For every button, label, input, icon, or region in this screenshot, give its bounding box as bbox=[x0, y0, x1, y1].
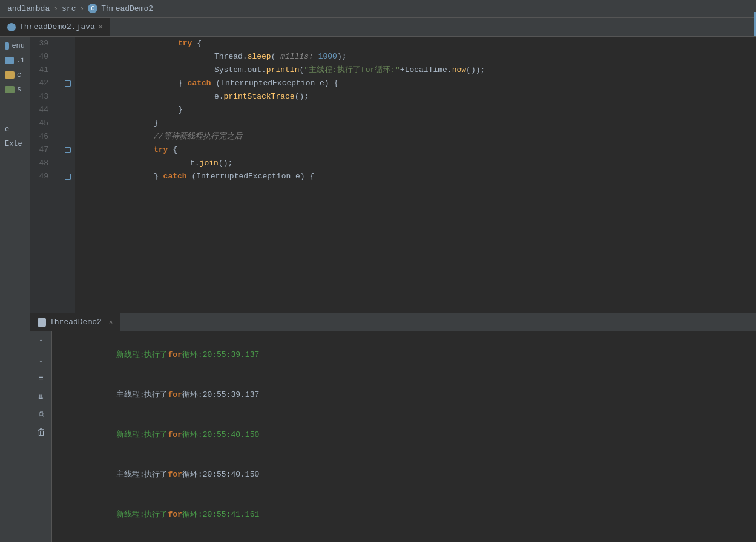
line-number-gutter: 39 40 41 42 43 44 45 46 47 48 49 bbox=[30, 37, 61, 313]
gutter-marker-47 bbox=[65, 147, 71, 153]
method-println-41: println bbox=[266, 64, 300, 77]
var-42: e) { bbox=[315, 77, 338, 90]
gutter-49 bbox=[61, 170, 75, 183]
brace-close-49: } bbox=[154, 170, 163, 183]
breadcrumb-sep-1: › bbox=[53, 4, 58, 13]
kw-try-47: try bbox=[154, 143, 168, 157]
method-now-41: now bbox=[452, 64, 466, 77]
console-toolbar: ↑ ↓ ≡ ⇊ ⎙ 🗑 bbox=[30, 331, 52, 542]
console-output: 新线程:执行了for循环:20:55:39.137 主线程:执行了for循环:2… bbox=[52, 331, 756, 542]
brace-47: { bbox=[168, 143, 177, 157]
code-line-44: } bbox=[81, 103, 750, 117]
line-num-48: 48 bbox=[30, 157, 54, 170]
line-num-39: 39 bbox=[30, 37, 54, 50]
code-line-49: } catch (InterruptedException e) { bbox=[81, 170, 750, 183]
sidebar-label-enu: enu bbox=[12, 42, 25, 50]
output-text-5: 新线程:执行了for循环:20:55:41.161 bbox=[116, 510, 260, 519]
method-sleep-40: sleep bbox=[248, 50, 271, 64]
class-system-41: System bbox=[214, 64, 243, 77]
sidebar-item-exte[interactable]: Exte bbox=[0, 137, 30, 151]
code-gutter bbox=[61, 37, 75, 313]
align-button[interactable]: ⇊ bbox=[35, 390, 48, 403]
code-line-39: try { bbox=[81, 37, 750, 50]
line-num-40: 40 bbox=[30, 50, 54, 64]
output-line-5: 新线程:执行了for循环:20:55:41.161 bbox=[59, 495, 749, 535]
folder-icon-c bbox=[5, 71, 15, 79]
gutter-42 bbox=[61, 77, 75, 90]
sidebar-label-i: .i bbox=[16, 56, 25, 65]
file-tab[interactable]: ThreadDemo2.java × bbox=[0, 18, 110, 36]
code-line-45: } bbox=[81, 117, 750, 130]
breadcrumb-sep-2: › bbox=[79, 4, 84, 13]
console-panel: ThreadDemo2 × ↑ ↓ ≡ ⇊ ⎙ 🗑 新线程:执行了for bbox=[30, 313, 756, 542]
space-49: ( bbox=[187, 170, 197, 183]
console-tab[interactable]: ThreadDemo2 × bbox=[30, 313, 120, 331]
brace-close-42: } bbox=[178, 77, 188, 90]
tab-file-icon bbox=[7, 23, 16, 31]
code-line-40: Thread.sleep( millis: 1000); bbox=[81, 50, 750, 64]
folder-icon-s bbox=[5, 86, 15, 93]
kw-catch-42: catch bbox=[188, 77, 211, 90]
dot-40: . bbox=[243, 50, 248, 64]
folder-icon-enu bbox=[5, 42, 9, 50]
kw-catch-49: catch bbox=[163, 170, 187, 183]
code-panel: 39 40 41 42 43 44 45 46 47 48 49 bbox=[30, 37, 756, 313]
tab-label: ThreadDemo2.java bbox=[19, 22, 95, 31]
sidebar-item-s[interactable]: s bbox=[0, 83, 30, 96]
gutter-marker-42 bbox=[65, 80, 71, 87]
gutter-46 bbox=[61, 130, 75, 143]
comment-46: //等待新线程执行完之后 bbox=[154, 130, 242, 143]
breadcrumb-class: ThreadDemo2 bbox=[101, 4, 153, 13]
line-num-43: 43 bbox=[30, 90, 54, 103]
console-tab-label: ThreadDemo2 bbox=[50, 318, 102, 327]
breadcrumb-project[interactable]: andlambda bbox=[7, 4, 50, 13]
close-41: ()); bbox=[466, 64, 485, 77]
scroll-up-button[interactable]: ↑ bbox=[35, 335, 48, 348]
method-join-48: join bbox=[200, 157, 219, 170]
output-text-2: 主线程:执行了for循环:20:55:39.137 bbox=[116, 390, 260, 399]
sidebar-label-exte: Exte bbox=[5, 140, 22, 148]
tab-close-button[interactable]: × bbox=[99, 24, 103, 31]
print-button[interactable]: ⎙ bbox=[35, 408, 48, 421]
folder-icon-i bbox=[5, 57, 14, 64]
project-sidebar: enu .i c s e Exte bbox=[0, 37, 30, 542]
console-tab-icon bbox=[38, 318, 46, 327]
var-e-43: e. bbox=[214, 90, 224, 103]
code-line-46: //等待新线程执行完之后 bbox=[81, 130, 750, 143]
line-num-47: 47 bbox=[30, 143, 54, 157]
gutter-45 bbox=[61, 117, 75, 130]
main-container: enu .i c s e Exte 39 40 41 bbox=[0, 37, 756, 542]
line-num-42: 42 bbox=[30, 77, 54, 90]
method-pst-43: printStackTrace bbox=[224, 90, 295, 103]
sidebar-item-enu[interactable]: enu bbox=[0, 39, 30, 53]
code-editor[interactable]: try { Thread.sleep( millis: 1000); Syste… bbox=[75, 37, 756, 313]
space-42: ( bbox=[211, 77, 221, 90]
scroll-down-button[interactable]: ↓ bbox=[35, 353, 48, 367]
gutter-48 bbox=[61, 157, 75, 170]
line-num-41: 41 bbox=[30, 64, 54, 77]
gutter-41 bbox=[61, 64, 75, 77]
output-line-1: 新线程:执行了for循环:20:55:39.137 bbox=[59, 335, 749, 375]
breadcrumb-src[interactable]: src bbox=[62, 4, 76, 13]
output-text-4: 主线程:执行了for循环:20:55:40.150 bbox=[116, 470, 260, 479]
breadcrumb-class-icon: C bbox=[88, 4, 97, 13]
clear-button[interactable]: 🗑 bbox=[35, 426, 48, 439]
sidebar-label-e: e bbox=[5, 125, 9, 134]
sidebar-item-e[interactable]: e bbox=[0, 123, 30, 136]
sidebar-item-i[interactable]: .i bbox=[0, 54, 30, 67]
format-button[interactable]: ≡ bbox=[35, 371, 48, 385]
code-line-43: e.printStackTrace(); bbox=[81, 90, 750, 103]
close-48: (); bbox=[219, 157, 232, 170]
close-43: (); bbox=[295, 90, 309, 103]
breadcrumb: andlambda › src › C ThreadDemo2 bbox=[0, 0, 756, 18]
code-line-48: t.join(); bbox=[81, 157, 750, 170]
editor-tab-bar: ThreadDemo2.java × bbox=[0, 18, 756, 37]
param-millis-40: millis: bbox=[275, 50, 318, 64]
console-tab-close[interactable]: × bbox=[109, 319, 113, 326]
output-line-6: 主线程:执行了for循环:20:55:41.161 bbox=[59, 535, 749, 542]
sidebar-item-c[interactable]: c bbox=[0, 68, 30, 82]
output-text-3: 新线程:执行了for循环:20:55:40.150 bbox=[116, 430, 260, 439]
kw-try-39: try bbox=[178, 37, 192, 50]
line-num-49: 49 bbox=[30, 170, 54, 183]
sidebar-label-s: s bbox=[17, 85, 21, 94]
